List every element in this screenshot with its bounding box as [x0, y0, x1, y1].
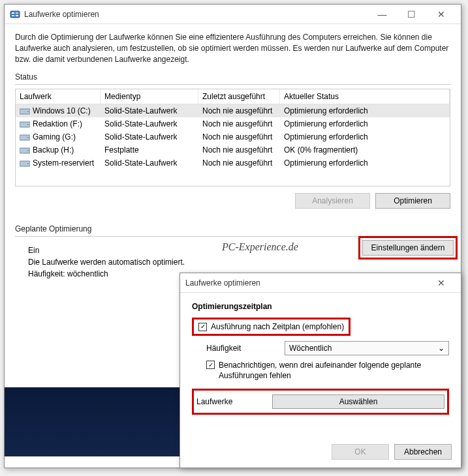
select-drives-button[interactable]: Auswählen [272, 394, 445, 409]
checkbox-icon: ✓ [206, 361, 215, 369]
col-last[interactable]: Zuletzt ausgeführt [198, 89, 280, 104]
svg-point-6 [27, 111, 29, 112]
sub-title: Laufwerke optimieren [185, 278, 426, 288]
svg-point-10 [27, 137, 29, 138]
drives-label: Laufwerke [196, 397, 262, 406]
svg-point-14 [27, 163, 29, 164]
notify-checkbox-row[interactable]: ✓ Benachrichtigen, wenn drei aufeinander… [206, 361, 449, 381]
frequency-dropdown[interactable]: Wöchentlich ⌄ [285, 341, 449, 355]
table-row[interactable]: Gaming (G:)Solid-State-LaufwerkNoch nie … [16, 130, 450, 143]
analyze-button: Analysieren [295, 193, 370, 209]
action-buttons: Analysieren Optimieren [15, 193, 450, 209]
sub-close-button[interactable]: ✕ [426, 274, 456, 292]
titlebar-controls: — ☐ ✕ [367, 5, 456, 23]
schedule-checkbox-row[interactable]: ✓ Ausführung nach Zeitplan (empfohlen) [196, 321, 347, 333]
schedule-options: Häufigkeit Wöchentlich ⌄ ✓ Benachrichtig… [206, 341, 449, 381]
minimize-button[interactable]: — [367, 5, 397, 23]
defrag-app-icon [10, 9, 20, 20]
ok-button: OK [332, 444, 389, 460]
drives-row-highlight: Laufwerke Auswählen [192, 389, 449, 415]
frequency-label: Häufigkeit [206, 344, 272, 353]
chevron-down-icon: ⌄ [438, 344, 445, 353]
checkbox-icon: ✓ [198, 323, 207, 331]
col-type[interactable]: Medientyp [101, 89, 198, 104]
notify-label: Benachrichtigen, wenn drei aufeinander f… [219, 361, 449, 381]
svg-rect-3 [12, 15, 14, 16]
table-row[interactable]: Redaktion (F:)Solid-State-LaufwerkNoch n… [16, 117, 450, 130]
svg-rect-0 [10, 11, 20, 18]
svg-point-12 [27, 150, 29, 151]
scheduled-heading: Geplante Optimierung [15, 224, 450, 233]
sub-content: Optimierungszeitplan ✓ Ausführung nach Z… [180, 293, 461, 424]
col-status[interactable]: Aktueller Status [280, 89, 450, 104]
watermark-text: PC-Experience.de [222, 241, 298, 253]
frequency-value: Wöchentlich [289, 344, 332, 353]
svg-rect-4 [16, 15, 18, 16]
drive-icon [20, 134, 30, 141]
drive-icon [20, 121, 30, 128]
table-header: Laufwerk Medientyp Zuletzt ausgeführt Ak… [16, 89, 450, 104]
close-button[interactable]: ✕ [426, 5, 456, 23]
drive-icon [20, 147, 30, 155]
status-label: Status [15, 72, 450, 82]
schedule-checkbox-highlight: ✓ Ausführung nach Zeitplan (empfohlen) [192, 318, 351, 336]
main-titlebar: Laufwerke optimieren — ☐ ✕ [5, 5, 461, 24]
frequency-row: Häufigkeit Wöchentlich ⌄ [206, 341, 449, 355]
schedule-heading: Optimierungszeitplan [192, 302, 449, 311]
svg-rect-2 [16, 12, 18, 14]
schedule-checkbox-label: Ausführung nach Zeitplan (empfohlen) [211, 322, 344, 331]
divider [15, 84, 450, 85]
maximize-button[interactable]: ☐ [397, 5, 426, 23]
table-row[interactable]: Windows 10 (C:)Solid-State-LaufwerkNoch … [16, 104, 450, 117]
drive-icon [20, 108, 30, 115]
drive-icon [20, 160, 30, 168]
change-settings-button[interactable]: Einstellungen ändern [362, 240, 454, 256]
table-row[interactable]: System-reserviertSolid-State-LaufwerkNoc… [16, 156, 450, 170]
svg-point-8 [27, 124, 29, 125]
sub-button-row: OK Abbrechen [332, 444, 452, 460]
description-text: Durch die Optimierung der Laufwerke könn… [15, 32, 450, 65]
schedule-dialog: Laufwerke optimieren ✕ Optimierungszeitp… [179, 273, 461, 468]
svg-rect-1 [12, 12, 14, 14]
background-strip [5, 387, 179, 456]
main-title: Laufwerke optimieren [24, 10, 367, 19]
cancel-button[interactable]: Abbrechen [394, 444, 452, 460]
col-name[interactable]: Laufwerk [16, 89, 101, 104]
settings-button-highlight: Einstellungen ändern [358, 236, 458, 260]
optimize-button[interactable]: Optimieren [375, 193, 450, 209]
sub-titlebar: Laufwerke optimieren ✕ [180, 273, 461, 293]
table-row[interactable]: Backup (H:)FestplatteNoch nie ausgeführt… [16, 143, 450, 156]
drive-table: Laufwerk Medientyp Zuletzt ausgeführt Ak… [15, 89, 450, 186]
